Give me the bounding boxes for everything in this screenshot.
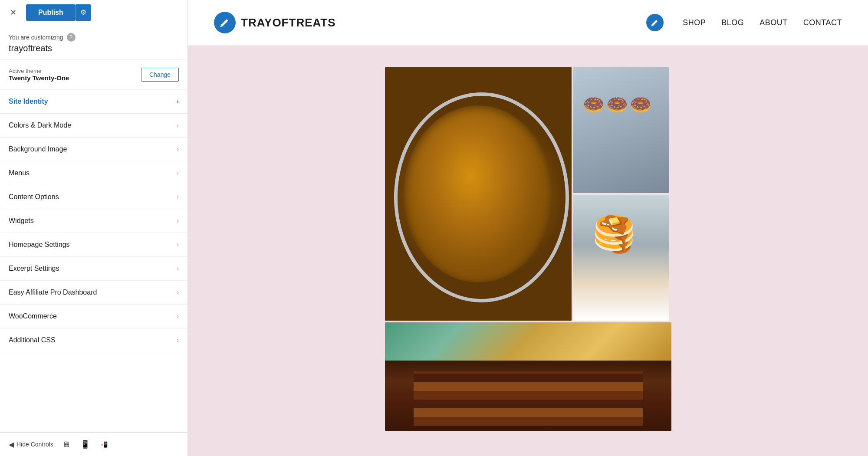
menu-item-additional-css[interactable]: Additional CSS › xyxy=(0,328,187,352)
customizing-label: You are customizing ? xyxy=(9,33,179,42)
menu-item-easy-affiliate[interactable]: Easy Affiliate Pro Dashboard › xyxy=(0,281,187,305)
site-header: TRAYOFTREATS SHOP BLOG ABOUT CONTACT xyxy=(188,0,868,46)
menu-item-label: WooCommerce xyxy=(9,312,57,320)
pie-image xyxy=(385,67,572,321)
chevron-right-icon: › xyxy=(177,217,179,225)
site-logo[interactable]: TRAYOFTREATS xyxy=(214,12,336,33)
site-preview: TRAYOFTREATS SHOP BLOG ABOUT CONTACT xyxy=(188,0,868,456)
help-icon[interactable]: ? xyxy=(67,33,76,42)
mobile-icon: 📲 xyxy=(100,441,108,448)
gear-button[interactable]: ⚙ xyxy=(76,4,91,21)
sidebar-topbar: ✕ Publish ⚙ xyxy=(0,0,187,25)
chocolate-image xyxy=(385,322,671,431)
menu-item-label: Widgets xyxy=(9,217,34,225)
theme-info: Active theme Twenty Twenty-One xyxy=(9,68,69,82)
menu-item-label: Site Identity xyxy=(9,98,48,105)
customizing-section: You are customizing ? trayoftreats xyxy=(0,25,187,60)
logo-icon xyxy=(214,12,236,33)
donuts-image xyxy=(573,67,669,193)
chevron-right-icon: › xyxy=(177,121,179,129)
menu-item-label: Colors & Dark Mode xyxy=(9,121,71,129)
theme-name: Twenty Twenty-One xyxy=(9,74,69,82)
menu-item-menus[interactable]: Menus › xyxy=(0,161,187,185)
hide-controls-button[interactable]: ◀ Hide Controls xyxy=(9,440,53,449)
close-button[interactable]: ✕ xyxy=(5,5,21,20)
menu-item-label: Homepage Settings xyxy=(9,241,70,249)
photo-chocolate xyxy=(385,322,671,431)
customizer-sidebar: ✕ Publish ⚙ You are customizing ? trayof… xyxy=(0,0,188,456)
nav-contact[interactable]: CONTACT xyxy=(803,18,842,27)
publish-group: Publish ⚙ xyxy=(24,4,91,21)
menu-item-widgets[interactable]: Widgets › xyxy=(0,209,187,233)
tablet-icon: 📱 xyxy=(80,440,90,449)
close-icon: ✕ xyxy=(10,8,16,17)
chevron-right-icon: › xyxy=(177,145,179,153)
chevron-right-icon: › xyxy=(177,265,179,272)
customizing-name: trayoftreats xyxy=(9,43,179,53)
chevron-right-icon: › xyxy=(177,336,179,344)
pencil-icon xyxy=(219,17,230,28)
desktop-view-button[interactable]: 🖥 xyxy=(60,438,72,451)
menu-item-label: Excerpt Settings xyxy=(9,265,59,272)
menu-item-colors-dark-mode[interactable]: Colors & Dark Mode › xyxy=(0,114,187,138)
menu-item-excerpt-settings[interactable]: Excerpt Settings › xyxy=(0,257,187,281)
preview-content xyxy=(188,46,868,456)
hide-controls-label: Hide Controls xyxy=(16,441,53,448)
site-title: TRAYOFTREATS xyxy=(241,16,336,30)
menu-item-label: Easy Affiliate Pro Dashboard xyxy=(9,289,97,296)
nav-about[interactable]: ABOUT xyxy=(760,18,788,27)
arrow-left-icon: ◀ xyxy=(9,440,14,449)
theme-section: Active theme Twenty Twenty-One Change xyxy=(0,60,187,90)
chevron-right-icon: › xyxy=(177,98,179,105)
customizer-menu: Site Identity › Colors & Dark Mode › Bac… xyxy=(0,90,187,432)
pancakes-image xyxy=(573,195,669,321)
menu-item-label: Background Image xyxy=(9,145,67,153)
nav-blog[interactable]: BLOG xyxy=(721,18,744,27)
menu-item-label: Menus xyxy=(9,169,30,177)
photo-pie xyxy=(385,67,572,321)
publish-button[interactable]: Publish xyxy=(26,4,76,21)
nav-shop[interactable]: SHOP xyxy=(683,18,706,27)
menu-item-content-options[interactable]: Content Options › xyxy=(0,185,187,209)
bottom-controls: ◀ Hide Controls 🖥 📱 📲 xyxy=(0,432,187,456)
photo-grid xyxy=(385,67,671,321)
active-theme-label: Active theme xyxy=(9,68,69,74)
chevron-right-icon: › xyxy=(177,312,179,320)
change-theme-button[interactable]: Change xyxy=(141,68,179,82)
pencil-nav-icon xyxy=(651,18,659,27)
chevron-right-icon: › xyxy=(177,241,179,249)
photo-donuts xyxy=(573,67,669,193)
menu-item-homepage-settings[interactable]: Homepage Settings › xyxy=(0,233,187,257)
menu-item-background-image[interactable]: Background Image › xyxy=(0,138,187,161)
nav-edit-icon[interactable] xyxy=(646,14,664,31)
chevron-right-icon: › xyxy=(177,193,179,201)
tablet-view-button[interactable]: 📱 xyxy=(79,438,92,451)
menu-item-site-identity[interactable]: Site Identity › xyxy=(0,90,187,114)
chevron-right-icon: › xyxy=(177,169,179,177)
photo-pancakes xyxy=(573,195,669,321)
site-nav: SHOP BLOG ABOUT CONTACT xyxy=(646,14,842,31)
chevron-right-icon: › xyxy=(177,289,179,296)
menu-item-label: Additional CSS xyxy=(9,336,56,344)
mobile-view-button[interactable]: 📲 xyxy=(99,438,109,451)
gear-icon: ⚙ xyxy=(80,8,86,16)
desktop-icon: 🖥 xyxy=(62,440,70,449)
menu-item-woocommerce[interactable]: WooCommerce › xyxy=(0,305,187,328)
menu-item-label: Content Options xyxy=(9,193,59,201)
